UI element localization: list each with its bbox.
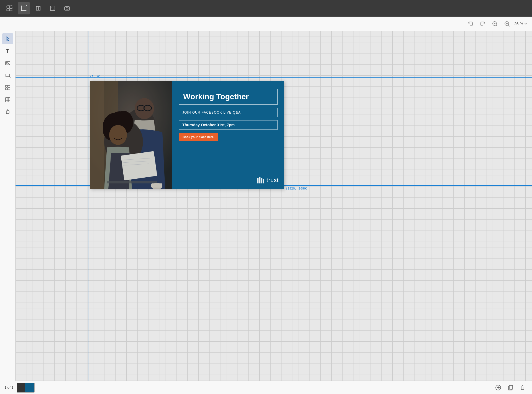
select-all-tool-btn[interactable] xyxy=(3,2,16,14)
grid-tool-btn[interactable] xyxy=(2,82,13,93)
svg-line-8 xyxy=(21,11,22,11)
design-date-box: Thursday October 31st, 7pm xyxy=(179,120,278,130)
svg-line-7 xyxy=(26,5,27,6)
svg-point-15 xyxy=(66,7,68,9)
svg-line-27 xyxy=(10,77,11,78)
page-thumb-inner xyxy=(17,383,34,392)
table-tool-btn[interactable] xyxy=(2,94,13,105)
svg-rect-28 xyxy=(6,85,7,87)
svg-rect-0 xyxy=(7,6,9,8)
design-content: Working Together JOIN OUR FACEBOOK LIVE … xyxy=(172,81,284,189)
secondary-toolbar: 26 % xyxy=(0,17,532,31)
svg-point-25 xyxy=(6,62,7,63)
svg-rect-60 xyxy=(257,178,259,183)
design-photo xyxy=(90,81,172,189)
design-subtitle-box: JOIN OUR FACEBOOK LIVE Q&A xyxy=(179,108,278,117)
svg-rect-63 xyxy=(263,179,264,183)
zoom-in-btn[interactable] xyxy=(502,19,512,29)
design-canvas: Working Together JOIN OUR FACEBOOK LIVE … xyxy=(90,81,284,189)
design-cta-button[interactable]: Book your place here. xyxy=(179,133,218,141)
delete-page-btn[interactable] xyxy=(518,383,528,393)
bracket-tool-btn[interactable] xyxy=(32,2,44,14)
design-title: Working Together xyxy=(183,92,273,101)
redo-btn[interactable] xyxy=(478,19,488,29)
zoom-display[interactable]: 26 % xyxy=(514,22,528,26)
rectangle-tool-btn[interactable] xyxy=(2,70,13,81)
page-thumbnail[interactable] xyxy=(17,383,35,393)
bottom-right-actions xyxy=(493,383,528,393)
guide-line-left xyxy=(88,31,88,381)
svg-line-23 xyxy=(508,25,510,26)
svg-rect-26 xyxy=(6,74,10,77)
guide-line-right xyxy=(285,31,285,381)
zoom-dropdown-icon xyxy=(524,22,528,25)
canvas-area[interactable]: (0, 0) (1920, 1080) xyxy=(16,31,532,381)
pan-tool-btn[interactable] xyxy=(2,106,13,117)
resize-tool-btn[interactable] xyxy=(47,2,59,14)
bottom-bar: 1 of 1 xyxy=(0,381,532,394)
pointer-tool-btn[interactable] xyxy=(2,33,13,44)
svg-rect-31 xyxy=(8,88,10,90)
svg-rect-32 xyxy=(6,98,10,102)
design-photo-inner xyxy=(90,81,172,189)
coord-origin-label: (0, 0) xyxy=(90,75,101,78)
svg-rect-30 xyxy=(6,88,7,90)
svg-rect-3 xyxy=(10,9,12,11)
text-tool-btn[interactable]: T xyxy=(2,45,13,57)
svg-rect-4 xyxy=(7,6,12,11)
zoom-out-btn[interactable] xyxy=(490,19,500,29)
design-logo: trust xyxy=(257,177,279,183)
design-title-box: Working Together xyxy=(179,89,278,105)
svg-rect-5 xyxy=(22,6,26,11)
svg-rect-62 xyxy=(261,178,262,183)
add-page-btn[interactable] xyxy=(493,383,503,393)
screenshot-tool-btn[interactable] xyxy=(61,2,73,14)
svg-line-19 xyxy=(496,25,497,26)
image-tool-btn[interactable] xyxy=(2,58,13,69)
svg-rect-69 xyxy=(521,386,524,390)
design-date: Thursday October 31st, 7pm xyxy=(182,123,274,127)
svg-line-9 xyxy=(26,11,27,11)
design-subtitle: JOIN OUR FACEBOOK LIVE Q&A xyxy=(182,111,274,114)
svg-rect-68 xyxy=(509,385,513,389)
svg-rect-59 xyxy=(90,81,172,189)
top-toolbar xyxy=(0,0,532,17)
design-logo-text: trust xyxy=(267,177,279,183)
svg-rect-1 xyxy=(10,6,12,8)
left-toolbar: T xyxy=(0,31,16,381)
undo-btn[interactable] xyxy=(466,19,475,29)
svg-rect-29 xyxy=(8,85,10,87)
coord-end-label: (1920, 1080) xyxy=(286,187,308,190)
svg-rect-10 xyxy=(36,6,38,10)
page-indicator: 1 of 1 xyxy=(4,385,14,390)
people-photo-svg xyxy=(90,81,172,189)
duplicate-page-btn[interactable] xyxy=(505,383,515,393)
trust-logo-icon xyxy=(257,177,265,183)
zoom-unit: % xyxy=(520,22,523,26)
svg-line-13 xyxy=(50,6,55,11)
text-tool-icon: T xyxy=(6,48,9,54)
svg-rect-2 xyxy=(7,9,9,11)
svg-rect-11 xyxy=(39,6,40,10)
svg-rect-61 xyxy=(259,177,260,183)
zoom-value: 26 xyxy=(514,22,519,26)
svg-line-6 xyxy=(21,5,22,6)
main-area: T xyxy=(0,31,532,381)
frame-tool-btn[interactable] xyxy=(18,2,30,14)
